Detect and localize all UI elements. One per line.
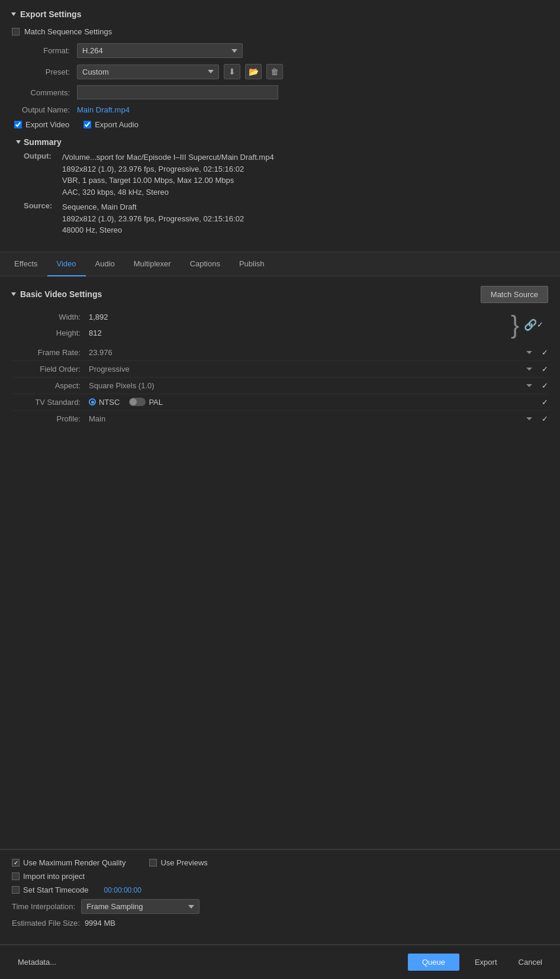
match-sequence-checkbox[interactable]: [12, 28, 20, 36]
import-into-project-check[interactable]: Import into project: [12, 872, 85, 881]
ntsc-label: NTSC: [99, 398, 120, 407]
export-settings-title: Export Settings: [20, 9, 81, 19]
source-summary-label: Source:: [24, 201, 62, 210]
aspect-label: Aspect:: [12, 381, 89, 390]
metadata-button[interactable]: Metadata...: [12, 954, 62, 970]
tv-standard-checkmark: ✓: [542, 398, 548, 407]
pal-toggle[interactable]: [129, 398, 146, 406]
format-dropdown[interactable]: H.264: [77, 43, 243, 58]
frame-rate-dropdown-icon[interactable]: [526, 351, 532, 354]
comments-input[interactable]: [77, 85, 278, 99]
export-audio-checkbox[interactable]: [83, 121, 91, 128]
output-name-link[interactable]: Main Draft.mp4: [77, 105, 130, 114]
frame-rate-value: 23.976: [89, 348, 526, 357]
bvs-collapse-icon: [11, 292, 16, 296]
export-video-checkbox[interactable]: [14, 121, 22, 128]
frame-rate-label: Frame Rate:: [12, 348, 89, 357]
profile-dropdown-icon[interactable]: [526, 417, 532, 420]
import-into-project-label: Import into project: [23, 872, 85, 881]
tab-effects[interactable]: Effects: [5, 252, 47, 276]
set-start-timecode-check[interactable]: Set Start Timecode: [12, 885, 89, 894]
comments-label: Comments:: [12, 88, 77, 97]
tabs-bar: Effects Video Audio Multiplexer Captions…: [0, 252, 560, 276]
bvs-title: Basic Video Settings: [20, 289, 102, 299]
summary-collapse-icon: [16, 140, 21, 144]
use-max-render-label: Use Maximum Render Quality: [23, 858, 125, 867]
output-name-label: Output Name:: [12, 105, 77, 114]
preset-label: Preset:: [12, 67, 77, 76]
source-summary-value: Sequence, Main Draft 1892x812 (1.0), 23.…: [62, 201, 244, 236]
field-order-label: Field Order:: [12, 365, 89, 373]
aspect-value: Square Pixels (1.0): [89, 381, 526, 390]
time-interpolation-dropdown[interactable]: Frame Sampling Frame Blending Optical Fl…: [81, 899, 199, 914]
use-max-render-quality-check[interactable]: ✓ Use Maximum Render Quality: [12, 858, 125, 867]
queue-button[interactable]: Queue: [408, 954, 459, 971]
bracket-symbol: }: [511, 313, 519, 337]
field-order-value: Progressive: [89, 365, 526, 373]
use-previews-checkbox[interactable]: [149, 859, 157, 867]
file-size-label: Estimated File Size:: [12, 919, 80, 928]
aspect-dropdown-icon[interactable]: [526, 384, 532, 387]
export-audio-label: Export Audio: [95, 120, 139, 129]
tab-multiplexer[interactable]: Multiplexer: [124, 252, 181, 276]
delete-preset-button[interactable]: 🗑: [266, 64, 283, 79]
height-value: 812: [89, 329, 136, 337]
set-start-timecode-checkbox[interactable]: [12, 886, 20, 894]
set-start-timecode-label: Set Start Timecode: [23, 885, 89, 894]
frame-rate-checkmark: ✓: [542, 348, 548, 357]
aspect-checkmark: ✓: [542, 381, 548, 390]
time-interp-label: Time Interpolation:: [12, 902, 75, 911]
use-previews-check[interactable]: Use Previews: [149, 858, 207, 867]
preset-dropdown[interactable]: Custom: [77, 65, 219, 79]
tab-captions[interactable]: Captions: [181, 252, 230, 276]
use-previews-label: Use Previews: [160, 858, 207, 867]
load-preset-button[interactable]: 📂: [245, 64, 262, 79]
field-order-checkmark: ✓: [542, 365, 548, 373]
pal-label: PAL: [149, 398, 163, 407]
save-preset-button[interactable]: ⬇: [224, 64, 240, 79]
tv-standard-label: TV Standard:: [12, 398, 89, 407]
match-source-button[interactable]: Match Source: [481, 286, 548, 303]
tab-publish[interactable]: Publish: [230, 252, 274, 276]
width-value: 1,892: [89, 313, 136, 321]
collapse-icon: [11, 12, 16, 16]
ntsc-radio[interactable]: NTSC: [89, 398, 120, 407]
profile-value: Main: [89, 414, 526, 423]
export-video-label: Export Video: [25, 120, 69, 129]
width-label: Width:: [12, 313, 89, 321]
height-label: Height:: [12, 329, 89, 337]
cancel-button[interactable]: Cancel: [513, 954, 548, 971]
tab-video[interactable]: Video: [47, 252, 86, 276]
tab-audio[interactable]: Audio: [86, 252, 124, 276]
output-summary-value: /Volume...sport for Mac/Episode I–III Su…: [62, 152, 274, 198]
match-sequence-label: Match Sequence Settings: [24, 27, 112, 36]
ntsc-radio-dot: [89, 398, 96, 405]
output-summary-label: Output:: [24, 152, 62, 160]
use-max-render-checkbox[interactable]: ✓: [12, 859, 20, 867]
profile-checkmark: ✓: [542, 414, 548, 423]
link-icon[interactable]: 🔗: [524, 318, 537, 331]
format-label: Format:: [12, 46, 77, 55]
export-button[interactable]: Export: [469, 954, 503, 971]
width-height-checkmark: ✓: [537, 320, 543, 329]
timecode-value: 00:00:00:00: [104, 886, 141, 894]
summary-title: Summary: [24, 137, 62, 147]
import-into-project-checkbox[interactable]: [12, 872, 20, 880]
profile-label: Profile:: [12, 414, 89, 423]
pal-radio[interactable]: PAL: [129, 398, 163, 407]
field-order-dropdown-icon[interactable]: [526, 368, 532, 371]
file-size-value: 9994 MB: [85, 919, 115, 928]
